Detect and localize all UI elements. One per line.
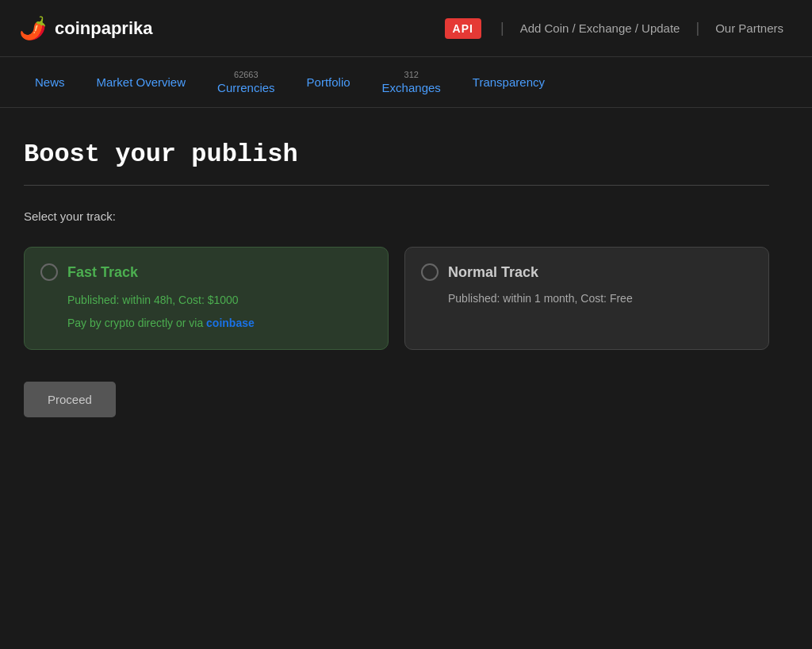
main-content: Boost your publish Select your track: Fa… [0, 108, 793, 449]
fast-track-desc2: Pay by crypto directly or via coinbase [40, 315, 372, 332]
nav-exchanges[interactable]: 312 Exchanges [366, 57, 457, 107]
main-nav: News Market Overview 62663 Currencies Po… [0, 57, 812, 108]
nav-market-overview[interactable]: Market Overview [81, 63, 202, 102]
nav-news[interactable]: News [19, 63, 81, 102]
add-coin-link[interactable]: Add Coin / Exchange / Update [511, 21, 690, 35]
normal-track-radio[interactable] [421, 263, 439, 281]
fast-track-card[interactable]: Fast Track Published: within 48h, Cost: … [24, 247, 389, 350]
normal-track-header: Normal Track [421, 263, 753, 281]
nav-currencies[interactable]: 62663 Currencies [201, 57, 291, 107]
normal-track-title: Normal Track [448, 264, 538, 281]
logo-text: coinpaprika [55, 18, 152, 39]
normal-track-card[interactable]: Normal Track Published: within 1 month, … [404, 247, 769, 350]
header-right: API | Add Coin / Exchange / Update | Our… [445, 18, 793, 39]
fast-track-desc1: Published: within 48h, Cost: $1000 [40, 292, 372, 309]
header-divider: | [500, 20, 504, 36]
nav-portfolio[interactable]: Portfolio [291, 63, 366, 102]
tracks-container: Fast Track Published: within 48h, Cost: … [24, 247, 769, 350]
coinbase-label: coinbase [206, 317, 255, 329]
api-badge[interactable]: API [445, 18, 481, 39]
normal-track-desc1: Published: within 1 month, Cost: Free [421, 292, 753, 305]
fast-track-title: Fast Track [67, 264, 138, 281]
select-track-label: Select your track: [24, 209, 769, 223]
nav-transparency[interactable]: Transparency [457, 63, 561, 102]
divider [24, 185, 769, 186]
header-divider-2: | [695, 20, 699, 36]
header: 🌶️ coinpaprika API | Add Coin / Exchange… [0, 0, 812, 57]
fast-track-header: Fast Track [40, 263, 372, 281]
partners-link[interactable]: Our Partners [706, 21, 793, 35]
page-title: Boost your publish [24, 140, 769, 169]
logo-area: 🌶️ coinpaprika [19, 15, 445, 41]
logo-icon: 🌶️ [19, 15, 47, 41]
fast-track-radio[interactable] [40, 263, 58, 281]
proceed-button[interactable]: Proceed [24, 382, 116, 417]
